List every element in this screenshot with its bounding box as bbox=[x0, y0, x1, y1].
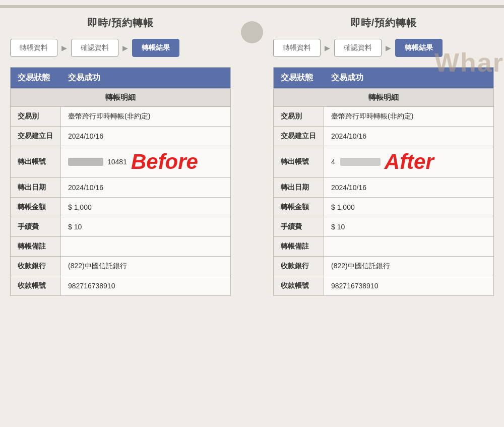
right-step-2: 轉帳結果 bbox=[395, 39, 443, 57]
left-section-header: 轉帳明細 bbox=[11, 89, 231, 107]
right-row-value-6 bbox=[324, 237, 494, 257]
right-step-1: 確認資料 bbox=[334, 39, 382, 57]
left-row-value-3: 2024/10/16 bbox=[61, 178, 231, 198]
left-row-5: 手續費 $ 10 bbox=[11, 217, 231, 237]
left-arrow-1: ▶ bbox=[122, 44, 128, 52]
right-row-0: 交易別 臺幣跨行即時轉帳(非約定) bbox=[274, 107, 494, 127]
left-step-0: 轉帳資料 bbox=[10, 39, 57, 57]
left-row-value-6 bbox=[61, 237, 231, 257]
left-row-label-6: 轉帳備註 bbox=[11, 237, 61, 257]
left-row-8: 收款帳號 982716738910 bbox=[11, 276, 231, 296]
right-row-6: 轉帳備註 bbox=[274, 237, 494, 257]
right-row-label-3: 轉出日期 bbox=[274, 178, 324, 198]
right-account-row: 4 After bbox=[331, 151, 486, 172]
left-row-7: 收款銀行 (822)中國信託銀行 bbox=[11, 257, 231, 276]
right-step-0: 轉帳資料 bbox=[273, 39, 321, 57]
right-row-label-5: 手續費 bbox=[274, 217, 324, 237]
right-info-table: 交易狀態 交易成功 轉帳明細 交易別 臺幣跨行即時轉帳(非約定) 交易建立日 2… bbox=[273, 67, 494, 296]
left-row-4: 轉帳金額 $ 1,000 bbox=[11, 198, 231, 217]
left-row-1: 交易建立日 2024/10/16 bbox=[11, 127, 231, 146]
left-status-label: 交易狀態 bbox=[11, 68, 61, 89]
right-row-label-0: 交易別 bbox=[274, 107, 324, 127]
left-row-label-1: 交易建立日 bbox=[11, 127, 61, 146]
right-account-prefix: 4 bbox=[331, 158, 335, 166]
right-row-value-1: 2024/10/16 bbox=[324, 127, 494, 146]
right-row-value-8: 982716738910 bbox=[324, 276, 494, 296]
left-account-blur bbox=[68, 158, 103, 166]
left-status-value: 交易成功 bbox=[61, 68, 231, 89]
right-row-1: 交易建立日 2024/10/16 bbox=[274, 127, 494, 146]
right-row-label-8: 收款帳號 bbox=[274, 276, 324, 296]
left-row-value-2: 10481 Before bbox=[61, 146, 231, 178]
right-row-8: 收款帳號 982716738910 bbox=[274, 276, 494, 296]
left-steps-row: 轉帳資料 ▶ 確認資料 ▶ 轉帳結果 bbox=[10, 39, 231, 57]
left-row-label-3: 轉出日期 bbox=[11, 178, 61, 198]
center-circle-container bbox=[241, 8, 263, 308]
right-row-value-4: $ 1,000 bbox=[324, 198, 494, 217]
left-row-6: 轉帳備註 bbox=[11, 237, 231, 257]
left-panel-title: 即時/預約轉帳 bbox=[10, 16, 231, 30]
left-section-header-text: 轉帳明細 bbox=[11, 89, 231, 107]
right-step-label-1: 確認資料 bbox=[334, 39, 382, 57]
left-status-row: 交易狀態 交易成功 bbox=[11, 68, 231, 89]
left-row-3: 轉出日期 2024/10/16 bbox=[11, 178, 231, 198]
right-row-label-7: 收款銀行 bbox=[274, 257, 324, 276]
left-row-value-1: 2024/10/16 bbox=[61, 127, 231, 146]
left-arrow-0: ▶ bbox=[61, 44, 67, 52]
left-row-value-0: 臺幣跨行即時轉帳(非約定) bbox=[61, 107, 231, 127]
panels-container: 即時/預約轉帳 轉帳資料 ▶ 確認資料 ▶ 轉帳結果 交易狀態 交易成功 bbox=[0, 8, 504, 308]
right-row-7: 收款銀行 (822)中國信託銀行 bbox=[274, 257, 494, 276]
right-status-row: 交易狀態 交易成功 bbox=[274, 68, 494, 89]
right-row-value-5: $ 10 bbox=[324, 217, 494, 237]
right-row-value-3: 2024/10/16 bbox=[324, 178, 494, 198]
left-step-label-1: 確認資料 bbox=[71, 39, 118, 57]
left-info-table: 交易狀態 交易成功 轉帳明細 交易別 臺幣跨行即時轉帳(非約定) 交易建立日 2… bbox=[10, 67, 231, 296]
right-row-label-2: 轉出帳號 bbox=[274, 146, 324, 178]
left-row-label-5: 手續費 bbox=[11, 217, 61, 237]
right-row-value-7: (822)中國信託銀行 bbox=[324, 257, 494, 276]
right-arrow-0: ▶ bbox=[325, 44, 330, 52]
right-step-label-0: 轉帳資料 bbox=[273, 39, 321, 57]
right-row-4: 轉帳金額 $ 1,000 bbox=[274, 198, 494, 217]
before-label: Before bbox=[131, 151, 198, 172]
left-row-label-8: 收款帳號 bbox=[11, 276, 61, 296]
left-row-value-4: $ 1,000 bbox=[61, 198, 231, 217]
right-row-2: 轉出帳號 4 After bbox=[274, 146, 494, 178]
left-account-row: 10481 Before bbox=[68, 151, 223, 172]
right-row-3: 轉出日期 2024/10/16 bbox=[274, 178, 494, 198]
left-row-label-7: 收款銀行 bbox=[11, 257, 61, 276]
left-row-value-8: 982716738910 bbox=[61, 276, 231, 296]
right-step-label-2[interactable]: 轉帳結果 bbox=[395, 39, 443, 57]
right-section-header: 轉帳明細 bbox=[274, 89, 494, 107]
left-row-2: 轉出帳號 10481 Before bbox=[11, 146, 231, 178]
right-row-label-6: 轉帳備註 bbox=[274, 237, 324, 257]
page-wrapper: 即時/預約轉帳 轉帳資料 ▶ 確認資料 ▶ 轉帳結果 交易狀態 交易成功 bbox=[0, 0, 504, 427]
left-step-2: 轉帳結果 bbox=[132, 39, 179, 57]
left-row-0: 交易別 臺幣跨行即時轉帳(非約定) bbox=[11, 107, 231, 127]
left-row-label-4: 轉帳金額 bbox=[11, 198, 61, 217]
left-step-label-2[interactable]: 轉帳結果 bbox=[132, 39, 179, 57]
left-row-value-7: (822)中國信託銀行 bbox=[61, 257, 231, 276]
right-panel: 即時/預約轉帳 轉帳資料 ▶ 確認資料 ▶ 轉帳結果 交易狀態 交易成功 bbox=[263, 8, 504, 308]
left-row-label-0: 交易別 bbox=[11, 107, 61, 127]
left-step-1: 確認資料 bbox=[71, 39, 118, 57]
after-label: After bbox=[385, 151, 434, 172]
left-step-label-0: 轉帳資料 bbox=[10, 39, 57, 57]
right-row-label-4: 轉帳金額 bbox=[274, 198, 324, 217]
right-status-label: 交易狀態 bbox=[274, 68, 324, 89]
left-row-value-5: $ 10 bbox=[61, 217, 231, 237]
right-row-value-2: 4 After bbox=[324, 146, 494, 178]
right-section-header-text: 轉帳明細 bbox=[274, 89, 494, 107]
right-account-blur bbox=[340, 158, 381, 166]
right-steps-row: 轉帳資料 ▶ 確認資料 ▶ 轉帳結果 bbox=[273, 39, 494, 57]
right-arrow-1: ▶ bbox=[386, 44, 391, 52]
left-panel: 即時/預約轉帳 轉帳資料 ▶ 確認資料 ▶ 轉帳結果 交易狀態 交易成功 bbox=[0, 8, 241, 308]
left-row-label-2: 轉出帳號 bbox=[11, 146, 61, 178]
left-account-suffix: 10481 bbox=[107, 158, 127, 166]
right-panel-title: 即時/預約轉帳 bbox=[273, 16, 494, 30]
right-row-value-0: 臺幣跨行即時轉帳(非約定) bbox=[324, 107, 494, 127]
right-row-5: 手續費 $ 10 bbox=[274, 217, 494, 237]
center-circle-button[interactable] bbox=[241, 21, 263, 43]
right-status-value: 交易成功 bbox=[324, 68, 494, 89]
right-row-label-1: 交易建立日 bbox=[274, 127, 324, 146]
